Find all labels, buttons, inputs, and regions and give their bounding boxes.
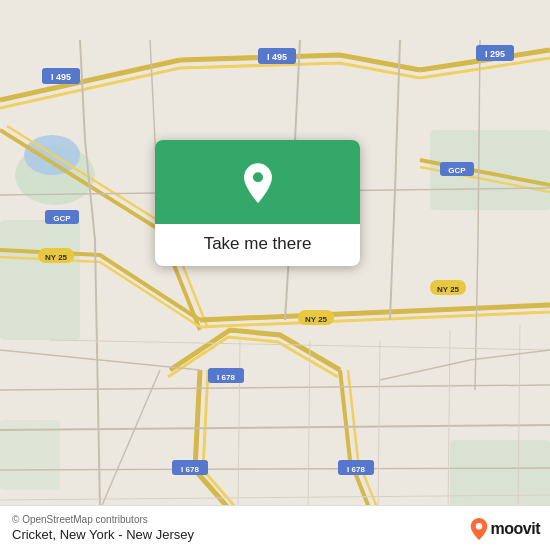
svg-text:NY 25: NY 25 [305, 315, 328, 324]
svg-text:I 495: I 495 [267, 52, 287, 62]
svg-text:I 678: I 678 [181, 465, 199, 474]
svg-text:GCP: GCP [448, 166, 466, 175]
svg-point-30 [475, 523, 481, 529]
svg-rect-0 [0, 40, 550, 510]
svg-rect-4 [450, 440, 550, 510]
card-header [155, 140, 360, 224]
svg-text:NY 25: NY 25 [437, 285, 460, 294]
svg-rect-2 [0, 220, 80, 340]
moovit-logo: moovit [470, 518, 540, 540]
location-pin-icon [236, 162, 280, 206]
action-card: Take me there [155, 140, 360, 266]
svg-text:I 678: I 678 [217, 373, 235, 382]
moovit-pin-icon [470, 518, 488, 540]
map-container: I 495 I 495 I 295 GCP GCP NY 25 NY 25 NY… [0, 0, 550, 550]
map-svg: I 495 I 495 I 295 GCP GCP NY 25 NY 25 NY… [0, 0, 550, 550]
svg-text:NY 25: NY 25 [45, 253, 68, 262]
card-body: Take me there [155, 224, 360, 266]
svg-text:I 495: I 495 [51, 72, 71, 82]
map-attribution: © OpenStreetMap contributors [12, 514, 538, 525]
bottom-bar: © OpenStreetMap contributors Cricket, Ne… [0, 505, 550, 550]
svg-text:I 295: I 295 [485, 49, 505, 59]
svg-point-29 [252, 172, 262, 182]
moovit-brand-text: moovit [491, 520, 540, 538]
location-title: Cricket, New York - New Jersey [12, 527, 538, 542]
svg-text:GCP: GCP [53, 214, 71, 223]
take-me-there-button[interactable]: Take me there [204, 234, 312, 254]
svg-text:I 678: I 678 [347, 465, 365, 474]
